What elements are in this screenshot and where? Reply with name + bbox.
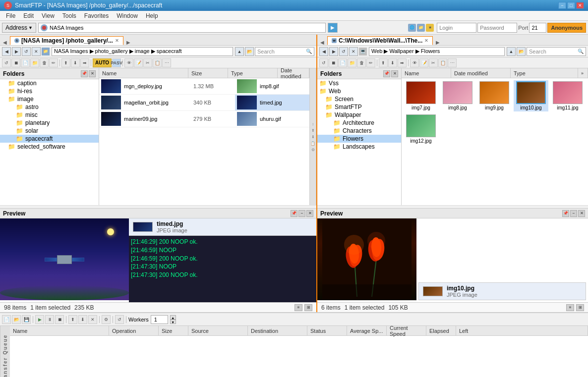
file-row-mgn[interactable]: mgn_deploy.jpg 1.32 MB [99, 78, 235, 95]
tq-btn-start[interactable]: ▶ [35, 315, 44, 324]
folder-icon[interactable]: 📁 [417, 24, 425, 32]
folder-architecture[interactable]: 📁 Architecture [317, 119, 401, 127]
menu-favorites[interactable]: Favorites [80, 11, 113, 20]
menu-tools[interactable]: Tools [59, 11, 80, 20]
right-up-button[interactable]: ▲ [507, 47, 516, 56]
right-search-icon[interactable]: 🔍 [578, 49, 584, 54]
workers-up[interactable]: ▲ [170, 315, 176, 320]
file-row-uhuru[interactable]: uhuru.gif 225 KB [235, 111, 309, 127]
right-tb-btn7[interactable]: ⬆ [379, 58, 388, 67]
preview-close[interactable]: ✕ [306, 210, 313, 217]
folder-wallpaper[interactable]: 📁 Wallpaper [317, 111, 401, 119]
right-tb-btn12[interactable]: ✂ [429, 58, 438, 67]
close-button[interactable]: ✕ [576, 2, 584, 9]
folder-planetary[interactable]: 📁 planetary [0, 119, 99, 127]
workers-input[interactable] [151, 315, 168, 324]
folder-landscapes[interactable]: 📁 Landscapes [317, 143, 401, 151]
right-browse-button[interactable]: 📂 [517, 47, 526, 56]
left-breadcrumb-path[interactable]: NASA Images ▶ photo_gallery ▶ image ▶ sp… [52, 47, 233, 56]
left-tb-more[interactable]: ⋯ [162, 58, 171, 67]
tq-col-elapsed[interactable]: Elapsed [426, 326, 456, 335]
tq-btn-stop[interactable]: ⏹ [55, 315, 64, 324]
folder-vss[interactable]: 📁 Vss [317, 79, 401, 87]
right-tb-btn14[interactable]: ⋯ [448, 58, 457, 67]
left-search-box[interactable]: Search 🔍 [255, 47, 314, 56]
left-tb-newfile[interactable]: 📄 [21, 58, 30, 67]
tq-btn-refresh[interactable]: ↺ [115, 315, 124, 324]
star-icon[interactable]: ★ [426, 24, 434, 32]
tq-col-status[interactable]: Status [307, 326, 347, 335]
left-tab-next[interactable]: ▶ [124, 40, 132, 45]
grid-item-img12[interactable]: img12.jpg [404, 113, 438, 145]
folder-smartftp[interactable]: 📁 SmartFTP [317, 103, 401, 111]
address-dropdown-icon[interactable]: ▼ [28, 25, 33, 30]
left-tb-move[interactable]: ✂ [143, 58, 152, 67]
left-browse-button[interactable]: 📂 [245, 47, 254, 56]
left-tb-upload[interactable]: ⬆ [61, 58, 70, 67]
right-tb-btn11[interactable]: 📝 [419, 58, 428, 67]
left-tab-close[interactable]: ✕ [115, 38, 119, 43]
right-grid-view-button[interactable]: ⊞ [576, 304, 584, 311]
left-up-button[interactable]: ▲ [235, 47, 244, 56]
folder-characters[interactable]: 📁 Characters [317, 127, 401, 135]
tq-col-size[interactable]: Size [159, 326, 188, 335]
grid-item-img8[interactable]: img8.jpg [440, 80, 475, 111]
left-tb-disconnect[interactable]: ⏹ [11, 58, 20, 67]
left-tb-newfolder[interactable]: 📁 [30, 58, 39, 67]
right-tb-btn5[interactable]: 🗑 [357, 58, 366, 67]
left-tb-transfer[interactable]: ➡ [80, 58, 89, 67]
right-preview-pin[interactable]: 📌 [562, 210, 569, 217]
tq-col-operation[interactable]: Operation [109, 326, 159, 335]
left-tab-prev[interactable]: ◀ [1, 40, 9, 45]
left-tab-active[interactable]: S [NASA Images] /photo_gallery/... ✕ [10, 36, 123, 45]
right-tb-btn4[interactable]: 📁 [348, 58, 356, 67]
right-preview-close[interactable]: ✕ [578, 210, 585, 217]
left-tb-download[interactable]: ⬇ [71, 58, 80, 67]
right-search-box[interactable]: Search 🔍 [527, 47, 586, 56]
folder-web[interactable]: 📁 Web [317, 87, 401, 95]
right-stop-button[interactable]: ✕ [349, 47, 358, 56]
left-tb-delete[interactable]: 🗑 [40, 58, 49, 67]
right-col-more[interactable]: » [578, 68, 588, 78]
preview-pin[interactable]: 📌 [291, 210, 297, 217]
tq-btn-pause[interactable]: ⏸ [45, 315, 54, 324]
right-breadcrumb-path[interactable]: Web ▶ Wallpaper ▶ Flowers [369, 47, 505, 56]
left-tb-connect[interactable]: ↺ [2, 58, 11, 67]
right-folders-pin[interactable]: 📌 [383, 70, 390, 77]
left-search-icon[interactable]: 🔍 [306, 49, 312, 54]
tq-col-avg-speed[interactable]: Average Sp... [347, 326, 387, 335]
folders-pin[interactable]: 📌 [81, 70, 88, 77]
menu-help[interactable]: Help [142, 11, 162, 20]
left-forward-button[interactable]: ▶ [12, 47, 21, 56]
folder-caption[interactable]: 📁 caption [0, 79, 99, 87]
list-view-button[interactable]: ≡ [294, 304, 302, 311]
left-tb-copy[interactable]: 📋 [153, 58, 162, 67]
left-reload-button[interactable]: ↺ [22, 47, 31, 56]
grid-item-img9[interactable]: img9.jpg [477, 80, 512, 111]
right-list-view-button[interactable]: ≡ [566, 304, 574, 311]
anonymous-button[interactable]: Anonymous [547, 23, 586, 33]
tq-col-left[interactable]: Left [456, 326, 588, 335]
folders-close[interactable]: ✕ [89, 70, 96, 77]
right-tb-btn9[interactable]: ➡ [398, 58, 407, 67]
menu-file[interactable]: File [2, 11, 19, 20]
right-tb-btn3[interactable]: 📄 [338, 58, 347, 67]
right-tab-active[interactable]: W C:\Windows\Web\Wall...\The... ✕ [327, 36, 433, 45]
transfer-icon[interactable]: ⬆ [311, 128, 315, 133]
tq-col-source[interactable]: Source [188, 326, 248, 335]
col-name[interactable]: Name [99, 68, 188, 78]
tq-btn-settings[interactable]: ⚙ [102, 315, 111, 324]
folder-solar[interactable]: 📁 solar [0, 127, 99, 135]
folder-hi-res[interactable]: 📁 hi-res [0, 87, 99, 95]
login-input[interactable] [437, 23, 476, 33]
right-tab-prev[interactable]: ◀ [318, 40, 326, 45]
right-col-name[interactable]: Name [402, 68, 451, 78]
right-tab-next[interactable]: ▶ [434, 40, 442, 45]
minimize-button[interactable]: − [558, 2, 566, 9]
maximize-button[interactable]: □ [567, 2, 575, 9]
left-tb-edit[interactable]: 📝 [134, 58, 143, 67]
folder-spacecraft[interactable]: 📁 spacecraft [0, 135, 99, 143]
col-size[interactable]: Size [188, 68, 228, 78]
tq-btn-new[interactable]: 📄 [2, 315, 11, 324]
right-col-type[interactable]: Type [511, 68, 578, 78]
